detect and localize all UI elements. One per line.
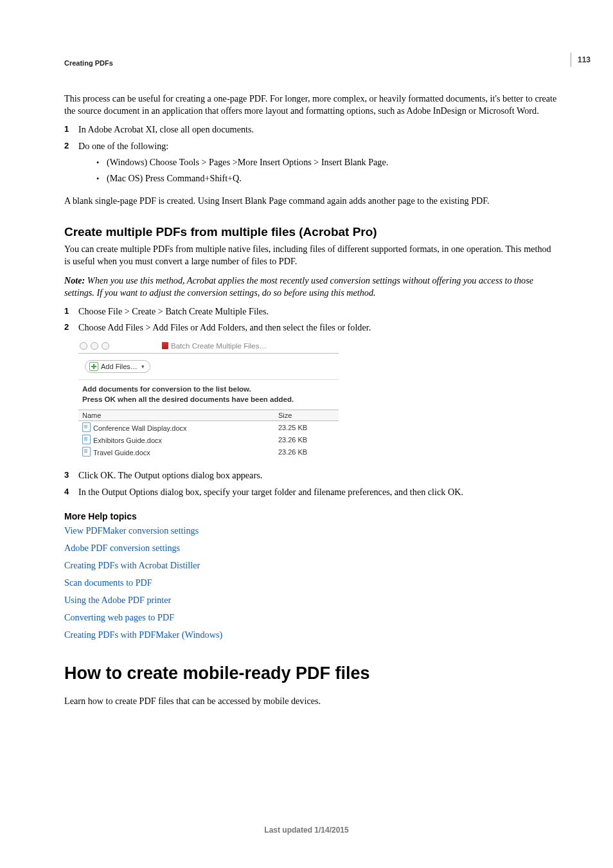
note-paragraph: Note: When you use this method, Acrobat … — [64, 275, 558, 299]
instruction-line: Press OK when all the desired documents … — [82, 394, 335, 404]
file-name: Travel Guide.docx — [93, 449, 150, 457]
more-help-heading: More Help topics — [64, 511, 558, 521]
file-name: Exhibitors Guide.docx — [93, 437, 162, 444]
dialog-title: Batch Create Multiple Files… — [116, 342, 339, 350]
step-number: 1 — [64, 305, 78, 318]
chapter-heading: How to create mobile-ready PDF files — [64, 664, 558, 683]
docx-icon — [82, 447, 91, 457]
step-number: 1 — [64, 123, 78, 136]
file-table: Name Size Conference Wall Display.docx 2… — [78, 410, 339, 458]
help-link[interactable]: Creating PDFs with PDFMaker (Windows) — [64, 629, 558, 640]
step-number: 2 — [64, 140, 78, 189]
section-heading: Create multiple PDFs from multiple files… — [64, 225, 558, 239]
step-sub-bullets: (Windows) Choose Tools > Pages >More Ins… — [96, 156, 558, 185]
intro-paragraph: This process can be useful for creating … — [64, 93, 558, 117]
zoom-icon — [102, 342, 109, 350]
note-label: Note: — [64, 275, 87, 285]
step-number: 2 — [64, 321, 78, 334]
bullet-item: (Mac OS) Press Command+Shift+Q. — [96, 172, 558, 185]
bullet-item: (Windows) Choose Tools > Pages >More Ins… — [96, 156, 558, 168]
help-link[interactable]: Converting web pages to PDF — [64, 612, 558, 623]
page-footer: Last updated 1/14/2015 — [0, 826, 613, 835]
step-text: Click OK. The Output options dialog box … — [78, 469, 558, 482]
help-link[interactable]: Adobe PDF conversion settings — [64, 543, 558, 554]
dialog-title-text: Batch Create Multiple Files… — [171, 342, 267, 350]
help-link[interactable]: Creating PDFs with Acrobat Distiller — [64, 560, 558, 571]
table-row[interactable]: Conference Wall Display.docx 23.25 KB — [78, 421, 339, 434]
step-number: 4 — [64, 486, 78, 498]
step-text: Choose File > Create > Batch Create Mult… — [78, 305, 558, 318]
help-links: View PDFMaker conversion settings Adobe … — [64, 525, 558, 640]
result-paragraph: A blank single-page PDF is created. Usin… — [64, 195, 558, 207]
file-size: 23.25 KB — [274, 421, 339, 434]
file-size: 23.26 KB — [274, 446, 339, 458]
step-number: 3 — [64, 469, 78, 482]
dialog-titlebar: Batch Create Multiple Files… — [78, 340, 339, 354]
table-row[interactable]: Exhibitors Guide.docx 23.26 KB — [78, 433, 339, 446]
dialog-instructions: Add documents for conversion to the list… — [78, 379, 339, 410]
note-body: When you use this method, Acrobat applie… — [64, 275, 533, 298]
file-size: 23.26 KB — [274, 433, 339, 446]
add-files-label: Add Files… — [101, 363, 138, 370]
steps-blank-page: 1 In Adobe Acrobat XI, close all open do… — [64, 123, 558, 188]
minimize-icon — [91, 342, 98, 350]
close-icon — [80, 342, 87, 350]
docx-icon — [82, 422, 91, 432]
page-number: 113 — [571, 53, 591, 67]
plus-icon — [89, 362, 98, 371]
step-text-inner: Do one of the following: — [78, 141, 168, 151]
help-link[interactable]: Using the Adobe PDF printer — [64, 595, 558, 606]
running-head: Creating PDFs — [64, 59, 558, 67]
instruction-line: Add documents for conversion to the list… — [82, 384, 335, 394]
column-size-header[interactable]: Size — [274, 410, 339, 421]
step-text: Do one of the following: (Windows) Choos… — [78, 140, 558, 189]
step-text: In the Output Options dialog box, specif… — [78, 486, 558, 498]
dialog-screenshot: Batch Create Multiple Files… Add Files… … — [78, 340, 339, 458]
step-text: Choose Add Files > Add Files or Add Fold… — [78, 321, 558, 334]
chapter-intro: Learn how to create PDF files that can b… — [64, 695, 558, 707]
step-text: In Adobe Acrobat XI, close all open docu… — [78, 123, 558, 136]
help-link[interactable]: Scan documents to PDF — [64, 577, 558, 588]
table-row[interactable]: Travel Guide.docx 23.26 KB — [78, 446, 339, 458]
help-link[interactable]: View PDFMaker conversion settings — [64, 525, 558, 536]
window-controls — [80, 342, 109, 350]
chevron-down-icon: ▾ — [141, 363, 145, 370]
column-name-header[interactable]: Name — [78, 410, 274, 421]
section-intro: You can create multiple PDFs from multip… — [64, 243, 558, 267]
file-name: Conference Wall Display.docx — [93, 424, 187, 432]
add-files-button[interactable]: Add Files… ▾ — [85, 360, 150, 373]
steps-batch-cont: 3 Click OK. The Output options dialog bo… — [64, 469, 558, 498]
pdf-icon — [162, 342, 168, 349]
docx-icon — [82, 435, 91, 444]
steps-batch: 1 Choose File > Create > Batch Create Mu… — [64, 305, 558, 334]
